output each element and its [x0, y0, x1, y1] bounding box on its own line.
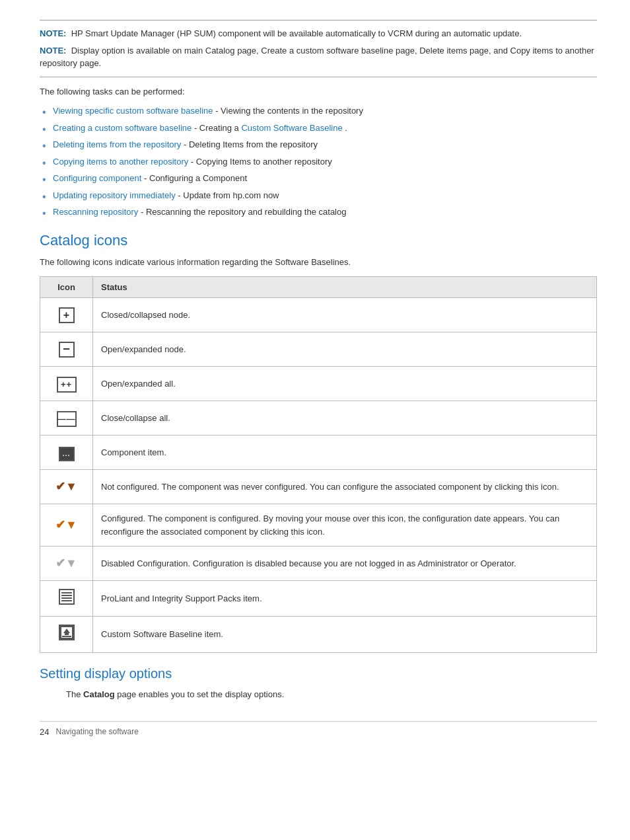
footer: 24 Navigating the software: [40, 721, 597, 737]
task-text-4: - Copying Items to another repository: [191, 157, 332, 167]
svg-rect-1: [61, 595, 72, 596]
icon-cell-double-plus: ++: [40, 367, 93, 401]
table-row: + Closed/collapsed node.: [40, 298, 597, 332]
table-row: —— Close/collapse all.: [40, 401, 597, 436]
icon-cell-wrench-brown: ✔▼: [40, 470, 93, 504]
svg-rect-3: [61, 600, 72, 601]
svg-marker-5: [63, 629, 70, 633]
list-item: Configuring component - Configuring a Co…: [53, 172, 597, 185]
status-cell-3: Open/expanded all.: [93, 367, 597, 401]
viewing-link[interactable]: Viewing specific custom software baselin…: [53, 106, 213, 116]
table-row: Custom Software Baseline item.: [40, 617, 597, 653]
task-text-6: - Update from hp.com now: [178, 190, 279, 200]
catalog-icons-intro: The following icons indicate various inf…: [40, 256, 597, 269]
custom-software-baseline-link[interactable]: Custom Software Baseline: [241, 123, 342, 133]
icon-cell-upload: [40, 617, 93, 653]
status-cell-9: ProLiant and Integrity Support Packs ite…: [93, 581, 597, 617]
table-row: ✔▼ Disabled Configuration. Configuration…: [40, 547, 597, 581]
wrench-orange-icon: ✔▼: [55, 518, 77, 531]
table-header-icon: Icon: [40, 277, 93, 298]
list-item: Deleting items from the repository - Del…: [53, 138, 597, 151]
task-text-2: - Creating a: [194, 123, 242, 133]
status-cell-5: Component item.: [93, 436, 597, 470]
note-label-2: NOTE:: [40, 46, 66, 56]
setting-bold-word: Catalog: [83, 689, 115, 699]
icon-cell-plus: +: [40, 298, 93, 332]
svg-rect-6: [65, 633, 69, 635]
setting-text-before: The: [66, 689, 83, 699]
note-2: NOTE: Display option is available on mai…: [40, 44, 597, 70]
table-row: ++ Open/expanded all.: [40, 367, 597, 401]
intro-text: The following tasks can be performed:: [40, 85, 597, 98]
list-item: Rescanning repository - Rescanning the r…: [53, 206, 597, 219]
rescanning-link[interactable]: Rescanning repository: [53, 207, 138, 217]
updating-link[interactable]: Updating repository immediately: [53, 190, 176, 200]
task-text-1: - Viewing the contents in the repository: [215, 106, 363, 116]
table-row: − Open/expanded node.: [40, 332, 597, 367]
note-1: NOTE: HP Smart Update Manager (HP SUM) c…: [40, 27, 597, 40]
status-cell-10: Custom Software Baseline item.: [93, 617, 597, 653]
svg-rect-0: [61, 592, 72, 593]
icon-cell-wrench-gray: ✔▼: [40, 547, 93, 581]
icon-cell-component: [40, 436, 93, 470]
icon-cell-double-minus: ——: [40, 401, 93, 436]
table-row: ProLiant and Integrity Support Packs ite…: [40, 581, 597, 617]
copying-link[interactable]: Copying items to another repository: [53, 157, 188, 167]
double-minus-icon: ——: [57, 411, 77, 427]
icon-cell-lines: [40, 581, 93, 617]
double-plus-icon: ++: [57, 377, 77, 393]
status-cell-8: Disabled Configuration. Configuration is…: [93, 547, 597, 581]
status-cell-4: Close/collapse all.: [93, 401, 597, 436]
note-text-1: HP Smart Update Manager (HP SUM) compone…: [71, 28, 522, 38]
configuring-link[interactable]: Configuring component: [53, 173, 141, 183]
upload-icon: [59, 625, 75, 640]
icon-cell-minus: −: [40, 332, 93, 367]
separator-1: [40, 77, 597, 77]
deleting-link[interactable]: Deleting items from the repository: [53, 139, 181, 149]
table-row: Component item.: [40, 436, 597, 470]
table-header-status: Status: [93, 277, 597, 298]
notes-block: NOTE: HP Smart Update Manager (HP SUM) c…: [40, 20, 597, 70]
task-text-7: - Rescanning the repository and rebuildi…: [141, 207, 346, 217]
wrench-brown-icon: ✔▼: [55, 480, 77, 493]
task-text-5: - Configuring a Component: [144, 173, 247, 183]
table-row: ✔▼ Not configured. The component was nev…: [40, 470, 597, 504]
task-list: Viewing specific custom software baselin…: [40, 104, 597, 219]
svg-rect-2: [61, 597, 72, 599]
minus-box-icon: −: [59, 342, 75, 358]
lines-icon: [59, 589, 75, 605]
footer-text: Navigating the software: [55, 727, 138, 736]
list-item: Copying items to another repository - Co…: [53, 155, 597, 169]
setting-display-title: Setting display options: [40, 666, 597, 681]
component-icon: [59, 447, 75, 461]
list-item: Updating repository immediately - Update…: [53, 189, 597, 202]
status-cell-2: Open/expanded node.: [93, 332, 597, 367]
table-row: ✔▼ Configured. The component is configur…: [40, 504, 597, 547]
page-number: 24: [40, 727, 49, 737]
status-cell-6: Not configured. The component was never …: [93, 470, 597, 504]
catalog-icons-title: Catalog icons: [40, 232, 597, 249]
setting-text: The Catalog page enables you to set the …: [40, 688, 597, 701]
status-cell-7: Configured. The component is configured.…: [93, 504, 597, 547]
creating-link[interactable]: Creating a custom software baseline: [53, 123, 192, 133]
note-label-1: NOTE:: [40, 28, 66, 38]
setting-text-after: page enables you to set the display opti…: [115, 689, 285, 699]
plus-box-icon: +: [59, 307, 75, 323]
list-item: Viewing specific custom software baselin…: [53, 104, 597, 118]
wrench-gray-icon: ✔▼: [55, 556, 77, 570]
task-text-2b: .: [345, 123, 347, 133]
list-item: Creating a custom software baseline - Cr…: [53, 122, 597, 135]
status-cell-1: Closed/collapsed node.: [93, 298, 597, 332]
svg-rect-7: [62, 636, 71, 637]
task-text-3: - Deleting Items from the repository: [184, 139, 318, 149]
icon-cell-wrench-orange: ✔▼: [40, 504, 93, 547]
note-text-2: Display option is available on main Cata…: [40, 46, 594, 69]
icon-table: Icon Status + Closed/collapsed node. − O…: [40, 276, 597, 653]
